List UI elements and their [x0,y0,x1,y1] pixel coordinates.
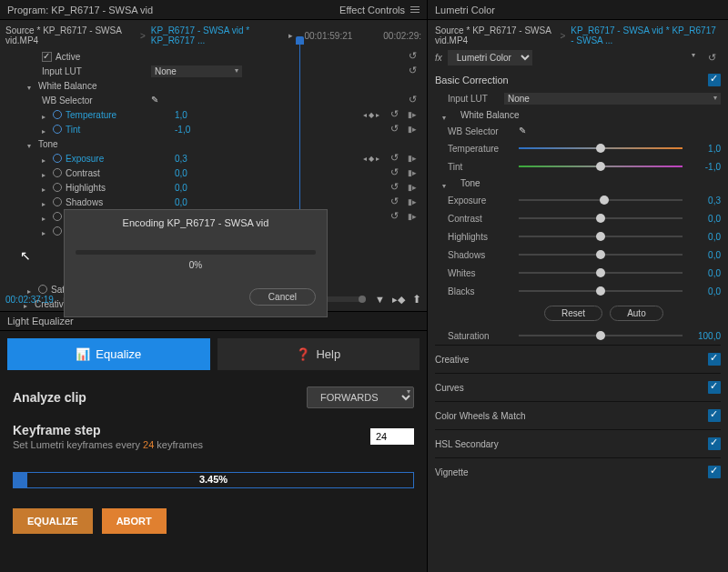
reset-icon[interactable]: ↺ [390,210,403,223]
highlights-value[interactable]: 0,0 [690,232,721,242]
reset-icon[interactable]: ↺ [708,52,721,65]
contrast-slider[interactable] [519,212,682,225]
reset-icon[interactable]: ↺ [390,196,403,208]
fx-badge[interactable]: fx [435,53,442,63]
twisty-icon[interactable] [27,140,35,147]
blacks-value[interactable]: 0,0 [690,286,721,296]
twisty-icon[interactable] [42,198,49,206]
contrast-value[interactable]: 0,0 [690,214,721,224]
input-lut-dropdown[interactable]: None [151,65,242,77]
program-tab-label[interactable]: Program: KP_R6717 - SWSA vid [7,5,153,15]
stopwatch-icon[interactable] [53,154,62,163]
contrast-value[interactable]: 0,0 [175,168,229,178]
clip-link[interactable]: KP_R6717 - SWSA vid * KP_R6717 ... [151,25,284,45]
basic-correction-section[interactable]: Basic Correction [435,68,721,90]
playhead-icon[interactable]: ▸◆ [392,294,405,306]
lumetri-tab[interactable]: Lumetri Color [435,5,495,15]
twisty-icon[interactable] [42,227,49,235]
lumetri-clip-link[interactable]: KP_R6717 - SWSA vid * KP_R6717 - SWSA ..… [571,25,721,45]
stopwatch-icon[interactable] [53,125,62,134]
export-icon[interactable]: ⬆ [412,293,421,306]
shadows-value[interactable]: 0,0 [690,250,721,260]
section-toggle-checkbox[interactable] [708,437,721,450]
lumetri-wb-header[interactable]: White Balance [435,107,721,123]
graph-icon[interactable]: ▮▸ [403,110,421,119]
shadows-slider[interactable] [519,248,682,261]
shadows-value[interactable]: 0,0 [175,197,229,207]
saturation-value[interactable]: 100,0 [690,331,721,341]
eyedropper-icon[interactable]: ✎ [519,125,530,136]
twisty-icon[interactable] [442,112,450,119]
reset-button[interactable]: Reset [544,306,602,321]
temperature-value[interactable]: 1,0 [690,144,721,154]
auto-button[interactable]: Auto [610,306,663,321]
equalize-button[interactable]: EQUALIZE [13,508,93,534]
whites-slider[interactable] [519,266,682,279]
exposure-value[interactable]: 0,3 [690,196,721,206]
graph-icon[interactable]: ▮▸ [403,125,421,134]
graph-icon[interactable]: ▮▸ [403,183,421,192]
twisty-icon[interactable] [42,125,49,133]
creative-section[interactable]: Creative [435,345,721,373]
highlights-slider[interactable] [519,230,682,243]
keyframe-controls[interactable]: ◂◆▸ [363,111,379,119]
stopwatch-icon[interactable] [53,183,62,192]
reset-icon[interactable]: ↺ [390,152,403,165]
section-toggle-checkbox[interactable] [708,353,721,366]
temperature-value[interactable]: 1,0 [175,110,229,120]
whites-value[interactable]: 0,0 [690,268,721,278]
exposure-slider[interactable] [519,194,682,206]
eyedropper-icon[interactable]: ✎ [151,95,162,105]
stopwatch-icon[interactable] [53,168,62,177]
wheels-section[interactable]: Color Wheels & Match [435,401,721,429]
twisty-icon[interactable] [27,82,35,89]
twisty-icon[interactable] [42,213,49,220]
saturation-slider[interactable] [519,329,682,342]
tone-row[interactable]: Tone [5,136,421,151]
graph-icon[interactable]: ▮▸ [403,168,421,177]
hsl-section[interactable]: HSL Secondary [435,429,721,457]
help-tab-button[interactable]: ❓ Help [217,338,420,370]
filter-icon[interactable]: ▼ [375,294,385,305]
effect-tab-label[interactable]: Effect Controls [339,5,405,15]
section-toggle-checkbox[interactable] [708,466,721,478]
panel-menu-icon[interactable] [410,6,420,14]
stopwatch-icon[interactable] [53,226,62,236]
stopwatch-icon[interactable] [53,212,62,221]
reset-icon[interactable]: ↺ [390,166,403,179]
graph-icon[interactable]: ▮▸ [403,197,421,206]
tint-value[interactable]: -1,0 [175,125,229,135]
playhead-timecode[interactable]: 00:02:37:19 [5,295,54,305]
reset-icon[interactable]: ↺ [409,50,421,63]
graph-icon[interactable]: ▮▸ [403,154,421,163]
reset-icon[interactable]: ↺ [390,181,403,194]
reset-icon[interactable]: ↺ [390,108,403,121]
blacks-slider[interactable] [519,285,682,297]
temperature-slider[interactable] [519,142,682,155]
reset-icon[interactable]: ↺ [409,65,421,77]
highlights-value[interactable]: 0,0 [175,183,229,193]
equalize-tab-button[interactable]: 📊 Equalize [7,338,210,370]
curves-section[interactable]: Curves [435,373,721,401]
section-toggle-checkbox[interactable] [708,381,721,394]
reset-icon[interactable]: ↺ [390,123,403,135]
white-balance-row[interactable]: White Balance [5,78,421,93]
tint-value[interactable]: -1,0 [690,162,721,172]
kf-step-input[interactable] [370,428,414,445]
twisty-icon[interactable] [42,111,49,118]
exposure-value[interactable]: 0,3 [175,154,229,164]
vignette-section[interactable]: Vignette [435,457,721,486]
abort-button[interactable]: ABORT [102,508,167,534]
graph-icon[interactable]: ▮▸ [403,212,421,221]
section-toggle-checkbox[interactable] [708,409,721,422]
keyframe-controls[interactable]: ◂◆▸ [363,155,379,163]
reset-icon[interactable]: ↺ [409,94,421,106]
direction-dropdown[interactable]: FORWARDS [307,386,414,408]
active-checkbox[interactable] [42,52,52,62]
twisty-icon[interactable] [42,184,49,191]
playhead-prev-icon[interactable]: ▸ [288,31,293,40]
cancel-button[interactable]: Cancel [249,288,316,306]
lumetri-effect-dropdown[interactable]: Lumetri Color [448,50,532,65]
twisty-icon[interactable] [42,169,49,176]
stopwatch-icon[interactable] [53,110,62,119]
